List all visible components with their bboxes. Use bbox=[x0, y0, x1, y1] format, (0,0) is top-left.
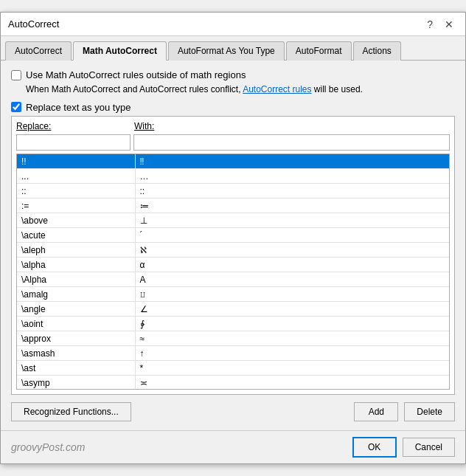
replace-cell: ... bbox=[17, 169, 135, 184]
replace-input[interactable] bbox=[16, 134, 131, 151]
with-input[interactable] bbox=[133, 134, 450, 151]
replace-checkbox-label: Replace text as you type bbox=[26, 102, 131, 113]
title-bar: AutoCorrect ? ✕ bbox=[1, 13, 465, 36]
dialog-content: Use Math AutoCorrect rules outside of ma… bbox=[1, 61, 465, 430]
table-row[interactable]: \aoint∲ bbox=[17, 317, 449, 331]
replace-table: !!‼...…:::::=≔\above⊥\acute´\alephℵ\alph… bbox=[17, 154, 449, 389]
replace-cell: \angle bbox=[17, 302, 135, 317]
table-row[interactable]: \angle∠ bbox=[17, 302, 449, 317]
with-cell: ⊥ bbox=[135, 213, 449, 228]
help-button[interactable]: ? bbox=[422, 17, 437, 32]
replace-cell: :: bbox=[17, 184, 135, 199]
delete-button[interactable]: Delete bbox=[404, 402, 455, 421]
replace-checkbox[interactable] bbox=[11, 102, 21, 112]
replace-column-header: Replace: bbox=[16, 121, 134, 131]
footer: groovyPost.com OK Cancel bbox=[1, 430, 465, 463]
with-cell: * bbox=[135, 361, 449, 376]
with-cell: ∲ bbox=[135, 317, 449, 331]
tab-actions[interactable]: Actions bbox=[353, 41, 401, 61]
replace-cell: \acute bbox=[17, 228, 135, 243]
ok-button[interactable]: OK bbox=[352, 437, 397, 458]
info-text-part1: When Math AutoCorrect and AutoCorrect ru… bbox=[26, 84, 240, 94]
replace-cell: \aoint bbox=[17, 317, 135, 331]
info-text-part2: will be used. bbox=[314, 84, 363, 94]
table-row[interactable]: :::: bbox=[17, 184, 449, 199]
table-row[interactable]: ...… bbox=[17, 169, 449, 184]
replace-cell: := bbox=[17, 199, 135, 213]
table-row[interactable]: \alephℵ bbox=[17, 243, 449, 258]
replace-header: Replace: With: bbox=[16, 121, 450, 131]
table-row[interactable]: \asmash↑ bbox=[17, 346, 449, 361]
cancel-button[interactable]: Cancel bbox=[403, 438, 455, 457]
with-cell: ≈ bbox=[135, 331, 449, 346]
with-cell: ⨿ bbox=[135, 287, 449, 302]
tab-math-autocorrect[interactable]: Math AutoCorrect bbox=[73, 41, 167, 61]
with-cell: ≔ bbox=[135, 199, 449, 213]
replace-cell: \amalg bbox=[17, 287, 135, 302]
math-rules-checkbox-row: Use Math AutoCorrect rules outside of ma… bbox=[11, 69, 455, 80]
tab-bar: AutoCorrect Math AutoCorrect AutoFormat … bbox=[1, 36, 465, 61]
replace-cell: \aleph bbox=[17, 243, 135, 258]
bottom-buttons: Recognized Functions... Add Delete bbox=[11, 402, 455, 421]
replace-cell: !! bbox=[17, 154, 135, 169]
with-cell: :: bbox=[135, 184, 449, 199]
with-column-header: With: bbox=[134, 121, 450, 131]
table-row[interactable]: !!‼ bbox=[17, 154, 449, 169]
with-cell: ℵ bbox=[135, 243, 449, 258]
table-row[interactable]: \ast* bbox=[17, 361, 449, 376]
table-row[interactable]: \amalg⨿ bbox=[17, 287, 449, 302]
with-cell: ∠ bbox=[135, 302, 449, 317]
table-row[interactable]: \acute´ bbox=[17, 228, 449, 243]
with-cell: … bbox=[135, 169, 449, 184]
replace-cell: \asymp bbox=[17, 376, 135, 389]
tab-autoformat-as-you-type[interactable]: AutoFormat As You Type bbox=[168, 41, 285, 61]
with-cell: ↑ bbox=[135, 346, 449, 361]
recognized-functions-button[interactable]: Recognized Functions... bbox=[11, 402, 131, 421]
table-row[interactable]: \approx≈ bbox=[17, 331, 449, 346]
replace-section: Replace: With: !!‼...…:::::=≔\above⊥\acu… bbox=[11, 116, 455, 395]
autocorrect-dialog: AutoCorrect ? ✕ AutoCorrect Math AutoCor… bbox=[0, 12, 466, 464]
replace-cell: \Alpha bbox=[17, 272, 135, 287]
table-row[interactable]: \AlphaA bbox=[17, 272, 449, 287]
table-row[interactable]: \above⊥ bbox=[17, 213, 449, 228]
table-row[interactable]: :=≔ bbox=[17, 199, 449, 213]
info-text: When Math AutoCorrect and AutoCorrect ru… bbox=[26, 83, 455, 96]
table-scroll[interactable]: !!‼...…:::::=≔\above⊥\acute´\alephℵ\alph… bbox=[17, 154, 449, 389]
branding: groovyPost.com bbox=[11, 441, 85, 453]
title-bar-buttons: ? ✕ bbox=[422, 17, 458, 32]
replace-checkbox-row: Replace text as you type bbox=[11, 102, 455, 113]
replace-cell: \approx bbox=[17, 331, 135, 346]
with-cell: A bbox=[135, 272, 449, 287]
info-link[interactable]: AutoCorrect rules bbox=[243, 84, 311, 94]
with-cell: ≍ bbox=[135, 376, 449, 389]
replace-cell: \ast bbox=[17, 361, 135, 376]
tab-autoformat[interactable]: AutoFormat bbox=[286, 41, 352, 61]
dialog-title: AutoCorrect bbox=[8, 18, 59, 30]
with-cell: ´ bbox=[135, 228, 449, 243]
replace-cell: \alpha bbox=[17, 258, 135, 272]
add-button[interactable]: Add bbox=[354, 402, 398, 421]
with-cell: α bbox=[135, 258, 449, 272]
math-rules-label: Use Math AutoCorrect rules outside of ma… bbox=[26, 69, 246, 80]
table-row[interactable]: \alphaα bbox=[17, 258, 449, 272]
replace-inputs bbox=[16, 134, 450, 151]
replace-cell: \asmash bbox=[17, 346, 135, 361]
math-rules-checkbox[interactable] bbox=[11, 70, 21, 80]
close-button[interactable]: ✕ bbox=[440, 17, 458, 32]
tab-autocorrect[interactable]: AutoCorrect bbox=[5, 41, 72, 61]
table-row[interactable]: \asymp≍ bbox=[17, 376, 449, 389]
table-container: !!‼...…:::::=≔\above⊥\acute´\alephℵ\alph… bbox=[16, 154, 450, 390]
with-cell: ‼ bbox=[135, 154, 449, 169]
replace-cell: \above bbox=[17, 213, 135, 228]
